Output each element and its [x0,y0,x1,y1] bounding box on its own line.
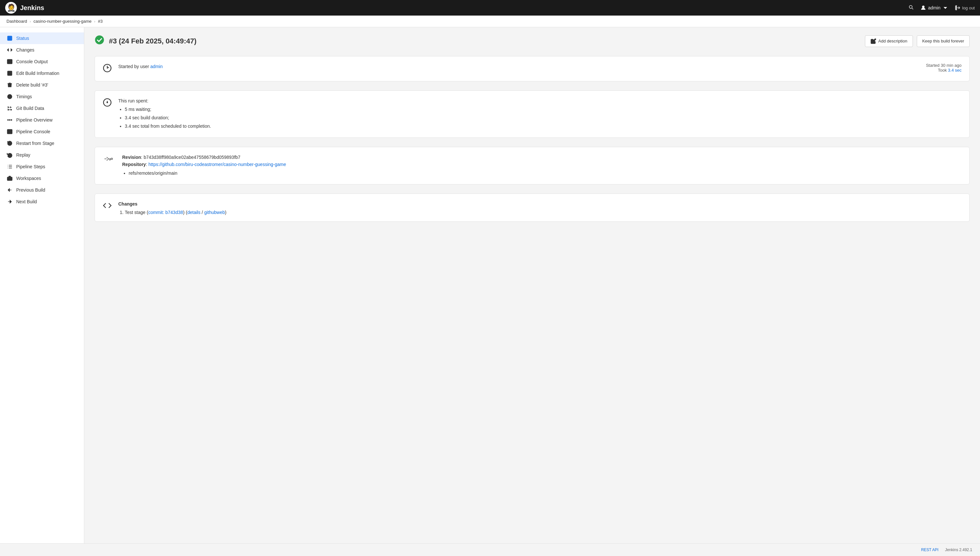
edit-icon [6,70,13,76]
svg-rect-10 [8,129,12,134]
sidebar-item-pipeline-steps[interactable]: Pipeline Steps [0,161,84,173]
sidebar-item-status[interactable]: Status [0,32,84,44]
details-link[interactable]: details [187,210,200,215]
svg-point-7 [8,120,8,121]
add-description-button[interactable]: Add description [865,36,913,47]
breadcrumb-project[interactable]: casino-number-guessing-game [33,19,91,24]
sidebar-item-previous-build[interactable]: Previous Build [0,184,84,196]
githubweb-link[interactable]: githubweb [204,210,225,215]
logout-button[interactable]: log out [955,5,975,11]
top-nav-right: admin log out [908,4,975,12]
sidebar-label-pipeline-steps: Pipeline Steps [16,164,45,169]
build-header-actions: Add description Keep this build forever [865,36,970,47]
sidebar-item-pipeline-overview[interactable]: Pipeline Overview [0,114,84,126]
keep-forever-button[interactable]: Keep this build forever [917,36,970,47]
sidebar-label-pipeline-overview: Pipeline Overview [16,117,53,123]
svg-text:git: git [109,157,113,160]
svg-point-8 [10,120,10,121]
git-revision-section: git Revision: b743d38ff980a9ce02abe47558… [95,147,970,185]
sidebar-label-next-build: Next Build [16,199,37,204]
username-label: admin [928,5,940,10]
run-spent-section: This run spent: 5 ms waiting; 3.4 sec bu… [95,91,970,138]
svg-point-5 [8,109,9,110]
sidebar-label-console: Console Output [16,59,48,64]
sidebar-item-replay[interactable]: Replay [0,149,84,161]
run-detail-0: 5 ms waiting; [125,106,962,113]
sidebar-item-delete-build[interactable]: Delete build '#3' [0,79,84,91]
sidebar-label-restart: Restart from Stage [16,141,55,146]
svg-rect-1 [8,36,12,40]
breadcrumb: Dashboard › casino-number-guessing-game … [0,16,980,27]
revision-hash: b743d38ff980a9ce02abe47558679bd059893fb7 [143,155,240,160]
status-icon [6,36,13,41]
took-value-link[interactable]: 3.4 sec [948,68,962,73]
changes-section-content: Changes Test stage (commit: b743d38) (de… [118,200,962,215]
started-by-icon [103,63,112,74]
run-spent-icon [103,98,112,109]
jenkins-logo[interactable]: 🤵 Jenkins [5,2,44,14]
footer: REST API Jenkins 2.492.1 [0,543,980,556]
rest-api-link[interactable]: REST API [921,548,938,552]
branch-item: refs/remotes/origin/main [129,170,962,177]
add-description-label: Add description [878,39,907,44]
previous-icon [6,187,13,193]
build-header: #3 (24 Feb 2025, 04:49:47) Add descripti… [95,35,970,47]
started-by-content: Started by user admin [118,63,962,70]
build-title: #3 (24 Feb 2025, 04:49:47) [109,37,197,45]
sidebar-label-status: Status [16,36,29,41]
top-navigation: 🤵 Jenkins admin log out [0,0,980,16]
started-ago: Started 30 min ago [926,63,962,68]
change-item-0: Test stage (commit: b743d38) (details / … [125,210,962,215]
delete-icon [6,82,13,88]
sidebar: Status Changes Console Output Edit Build… [0,27,84,555]
sidebar-item-changes[interactable]: Changes [0,44,84,56]
git-icon [6,105,13,111]
repository-line: Repository: https://github.com/biru-code… [122,161,962,168]
restart-icon [6,141,13,146]
sidebar-item-next-build[interactable]: Next Build [0,196,84,207]
main-layout: Status Changes Console Output Edit Build… [0,27,980,555]
sidebar-item-console-output[interactable]: Console Output [0,56,84,68]
sidebar-item-workspaces[interactable]: Workspaces [0,173,84,184]
run-details-list: 5 ms waiting; 3.4 sec build duration; 3.… [125,106,962,130]
svg-point-6 [11,109,12,110]
svg-point-17 [95,36,104,44]
run-spent-label: This run spent: [118,97,962,104]
pipeline-console-icon [6,129,13,134]
breadcrumb-home[interactable]: Dashboard [6,19,27,24]
sidebar-item-edit-build-info[interactable]: Edit Build Information [0,68,84,79]
took-time: Took 3.4 sec [926,68,962,73]
breadcrumb-build: #3 [98,19,102,24]
search-icon[interactable] [908,4,914,12]
repository-link[interactable]: https://github.com/biru-codeastromer/cas… [148,162,286,167]
sidebar-item-pipeline-console[interactable]: Pipeline Console [0,126,84,137]
started-by-section: Started by user admin Started 30 min ago… [95,56,970,81]
svg-point-21 [107,102,108,103]
user-menu[interactable]: admin [920,5,948,11]
build-timing-meta: Started 30 min ago Took 3.4 sec [926,63,962,73]
commit-link[interactable]: commit: b743d38 [148,210,183,215]
sidebar-label-timings: Timings [16,94,32,99]
jenkins-title: Jenkins [20,4,44,12]
console-icon [6,59,13,65]
run-detail-1: 3.4 sec build duration; [125,114,962,122]
svg-point-0 [922,6,924,8]
sidebar-item-restart-from-stage[interactable]: Restart from Stage [0,137,84,149]
timings-icon [6,94,13,100]
jenkins-version: Jenkins 2.492.1 [945,548,972,552]
next-icon [6,199,13,205]
sidebar-label-replay: Replay [16,152,31,158]
replay-icon [6,152,13,158]
svg-rect-2 [8,59,12,64]
build-status-icon [95,35,104,47]
keep-forever-label: Keep this build forever [922,39,964,44]
started-by-user-link[interactable]: admin [150,64,163,69]
sidebar-item-git-build-data[interactable]: Git Build Data [0,102,84,114]
workspaces-icon [6,175,13,181]
sidebar-label-git-build: Git Build Data [16,106,44,111]
changes-section-icon [103,201,112,212]
sidebar-label-delete-build: Delete build '#3' [16,82,48,87]
run-detail-2: 3.4 sec total from scheduled to completi… [125,123,962,130]
sidebar-item-timings[interactable]: Timings [0,91,84,102]
main-content: #3 (24 Feb 2025, 04:49:47) Add descripti… [84,27,980,555]
